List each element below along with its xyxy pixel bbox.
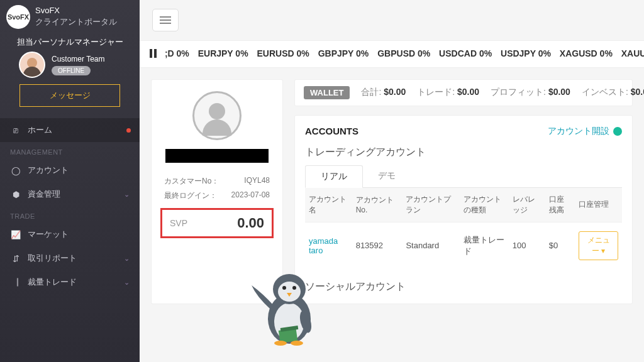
account-name-link[interactable]: yamada taro bbox=[309, 236, 338, 255]
tabs: リアル デモ bbox=[305, 165, 622, 188]
right-column: WALLET 合計: $0.00 トレード: $0.00 プロフィット: $0.… bbox=[294, 79, 633, 304]
trading-title: トレーディングアカウント bbox=[305, 146, 622, 159]
penguin-mascot bbox=[244, 259, 326, 347]
menu-button[interactable]: メニュー ▾ bbox=[579, 231, 618, 260]
nav-report[interactable]: ⇵取引リポート⌄ bbox=[0, 246, 140, 270]
customer-no-value: IQYL48 bbox=[244, 176, 270, 187]
last-login-row: 最終ログイン：2023-07-08 bbox=[160, 189, 274, 203]
report-icon: ⇵ bbox=[10, 254, 21, 263]
brand-name: SvoFX bbox=[35, 5, 117, 16]
topbar bbox=[140, 0, 644, 40]
ticker-item: EURUSD 0% bbox=[257, 48, 309, 58]
profile-name-redacted bbox=[165, 149, 269, 163]
customer-no-row: カスタマーNo：IQYL48 bbox=[160, 174, 274, 189]
wallet-profit: プロフィット: $0.00 bbox=[491, 87, 570, 98]
main: ;D 0% EURJPY 0% EURUSD 0% GBPJPY 0% GBPU… bbox=[140, 0, 644, 362]
svg-point-9 bbox=[274, 341, 287, 346]
nav-discretion-label: 裁量トレード bbox=[28, 277, 77, 288]
svg-point-5 bbox=[292, 286, 296, 290]
nav-funds-label: 資金管理 bbox=[28, 189, 60, 200]
nav-section-trade: TRADE bbox=[0, 206, 140, 222]
th-no: アカウント No. bbox=[352, 188, 402, 222]
tab-real[interactable]: リアル bbox=[305, 165, 363, 188]
ticker: ;D 0% EURJPY 0% EURUSD 0% GBPJPY 0% GBPU… bbox=[140, 40, 644, 68]
wallet-tag: WALLET bbox=[304, 86, 350, 99]
sidebar: SvoFX SvoFX クライアントポータル 担当パーソナルマネージャー Cus… bbox=[0, 0, 140, 362]
account-create-link[interactable]: アカウント開設 bbox=[548, 126, 622, 137]
ticker-item: USDJPY 0% bbox=[501, 48, 551, 58]
brand-subtitle: クライアントポータル bbox=[35, 16, 117, 28]
svg-point-3 bbox=[278, 282, 301, 302]
ticker-item: EURJPY 0% bbox=[198, 48, 248, 58]
manager-section: 担当パーソナルマネージャー Customer Team OFFLINE メッセー… bbox=[0, 34, 140, 113]
content: カスタマーNo：IQYL48 最終ログイン：2023-07-08 SVP 0.0… bbox=[140, 68, 644, 315]
manager-title: 担当パーソナルマネージャー bbox=[6, 36, 133, 48]
svg-point-10 bbox=[291, 341, 303, 346]
message-button[interactable]: メッセージ bbox=[19, 84, 120, 107]
account-balance: $0 bbox=[545, 222, 575, 269]
pause-icon[interactable] bbox=[150, 49, 158, 60]
home-icon: ⎚ bbox=[10, 126, 21, 135]
accounts-table: アカウント名 アカウント No. アカウントプラン アカウントの種類 レバレッジ… bbox=[305, 188, 622, 269]
nav-market-label: マーケット bbox=[28, 229, 69, 240]
market-icon: 📈 bbox=[10, 230, 21, 239]
th-name: アカウント名 bbox=[305, 188, 352, 222]
accounts-title: ACCOUNTS bbox=[305, 126, 358, 136]
svp-box: SVP 0.00 bbox=[160, 208, 274, 238]
nav-section-management: MANAGEMENT bbox=[0, 142, 140, 158]
nav-home-label: ホーム bbox=[28, 124, 52, 136]
ticker-item: GBPUSD 0% bbox=[377, 48, 430, 58]
nav: ⎚ホーム MANAGEMENT ◯アカウント ⬢資金管理⌄ TRADE 📈マーケ… bbox=[0, 118, 140, 294]
nav-account-label: アカウント bbox=[28, 165, 69, 176]
svp-label: SVP bbox=[170, 218, 187, 228]
account-type: 裁量トレード bbox=[460, 222, 508, 269]
manager-avatar bbox=[19, 52, 45, 78]
hamburger-button[interactable] bbox=[152, 9, 179, 31]
brand-logo: SvoFX bbox=[6, 5, 30, 29]
th-leverage: レバレッジ bbox=[509, 188, 545, 222]
nav-report-label: 取引リポート bbox=[28, 253, 77, 264]
nav-market[interactable]: 📈マーケット bbox=[0, 222, 140, 246]
wallet-total: 合計: $0.00 bbox=[361, 87, 406, 98]
th-plan: アカウントプラン bbox=[402, 188, 460, 222]
account-icon: ◯ bbox=[10, 166, 21, 175]
brand: SvoFX SvoFX クライアントポータル bbox=[0, 0, 140, 34]
tab-demo[interactable]: デモ bbox=[363, 165, 411, 187]
accounts-card: ACCOUNTS アカウント開設 トレーディングアカウント リアル デモ アカウ… bbox=[294, 115, 633, 304]
ticker-item: USDCAD 0% bbox=[439, 48, 492, 58]
ticker-item: XAGUSD 0% bbox=[560, 48, 613, 58]
ticker-item: GBPJPY 0% bbox=[318, 48, 369, 58]
chevron-down-icon: ⌄ bbox=[124, 278, 130, 287]
wallet-trade: トレード: $0.00 bbox=[417, 87, 479, 98]
manager-name: Customer Team bbox=[52, 55, 104, 63]
nav-discretion[interactable]: ⎹⎸裁量トレード⌄ bbox=[0, 270, 140, 294]
status-circle-icon bbox=[613, 127, 622, 136]
wallet-bar: WALLET 合計: $0.00 トレード: $0.00 プロフィット: $0.… bbox=[294, 79, 633, 106]
account-plan: Standard bbox=[402, 222, 460, 269]
svg-point-4 bbox=[282, 286, 286, 290]
social-accounts-title: ソーシャルアカウント bbox=[305, 280, 622, 293]
nav-funds[interactable]: ⬢資金管理⌄ bbox=[0, 182, 140, 206]
account-leverage: 100 bbox=[509, 222, 545, 269]
wallet-invest: インベスト: $0.00 bbox=[582, 87, 644, 98]
profile-avatar bbox=[192, 91, 242, 140]
notification-dot bbox=[126, 128, 131, 133]
manager-status: OFFLINE bbox=[52, 66, 91, 75]
ticker-item: ;D 0% bbox=[165, 48, 189, 58]
chevron-down-icon: ⌄ bbox=[124, 190, 130, 199]
discretion-icon: ⎹⎸ bbox=[10, 277, 21, 287]
last-login-label: 最終ログイン： bbox=[164, 190, 217, 201]
svp-value: 0.00 bbox=[237, 215, 264, 231]
ticker-item: XAUUSD 0% bbox=[621, 48, 644, 58]
nav-home[interactable]: ⎚ホーム bbox=[0, 118, 140, 142]
th-manage: 口座管理 bbox=[575, 188, 622, 222]
funds-icon: ⬢ bbox=[10, 190, 21, 199]
table-row: yamada taro 813592 Standard 裁量トレード 100 $… bbox=[305, 222, 622, 269]
chevron-down-icon: ⌄ bbox=[124, 255, 130, 263]
th-type: アカウントの種類 bbox=[460, 188, 508, 222]
th-balance: 口座残高 bbox=[545, 188, 575, 222]
last-login-value: 2023-07-08 bbox=[231, 190, 270, 201]
customer-no-label: カスタマーNo： bbox=[164, 176, 219, 187]
account-no: 813592 bbox=[352, 222, 402, 269]
nav-account[interactable]: ◯アカウント bbox=[0, 158, 140, 182]
